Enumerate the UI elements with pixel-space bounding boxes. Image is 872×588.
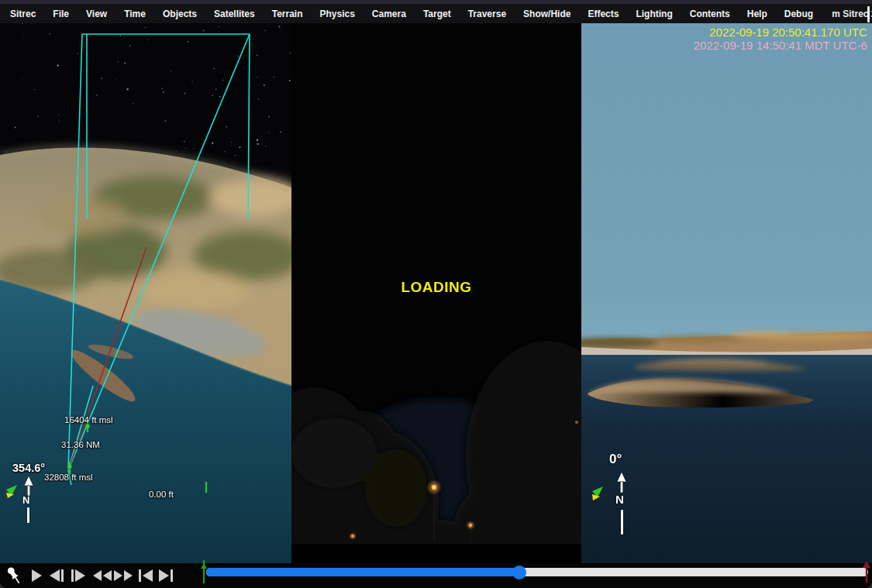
horizon-view-panel[interactable]: 2022-09-19 20:50:41.170 UTC 2022-09-19 1… xyxy=(581,23,872,563)
range-label: 31.36 NM xyxy=(61,440,100,449)
menu-item-lighting[interactable]: Lighting xyxy=(636,9,672,19)
timeline-end-marker[interactable] xyxy=(860,561,872,587)
menu-item-view[interactable]: View xyxy=(86,9,107,19)
compass-north-label: N xyxy=(615,493,624,506)
rewind-button[interactable] xyxy=(92,566,112,585)
frame-forward-button[interactable] xyxy=(68,566,88,585)
menu-item-traverse[interactable]: Traverse xyxy=(468,9,506,19)
heading-label: 0° xyxy=(609,452,622,467)
sky xyxy=(581,23,872,342)
jump-to-end-button[interactable] xyxy=(156,566,176,585)
menu-item-objects[interactable]: Objects xyxy=(163,9,197,19)
menu-item-physics[interactable]: Physics xyxy=(319,9,354,19)
timeline-slider[interactable] xyxy=(206,568,868,576)
version-label: m Sitrec 2.12.0: 25-11-25 15:29 PT xyxy=(832,9,872,19)
jump-to-start-button[interactable] xyxy=(136,566,156,585)
timeline-progress-fill xyxy=(206,568,519,576)
sitrec-app-window: Sitrec File View Time Objects Satellites… xyxy=(0,0,872,588)
menu-item-camera[interactable]: Camera xyxy=(372,9,406,19)
menu-bar: Sitrec File View Time Objects Satellites… xyxy=(0,4,872,23)
local-timestamp: 2022-09-19 14:50:41 MDT UTC-6 xyxy=(694,39,867,52)
menu-item-showhide[interactable]: Show/Hide xyxy=(523,9,570,19)
window-edge-marker xyxy=(867,6,870,22)
video-letterbox xyxy=(291,544,581,563)
horizon-canvas xyxy=(581,23,872,563)
pin-icon[interactable] xyxy=(3,566,23,585)
menu-item-contents[interactable]: Contents xyxy=(690,9,730,19)
ground-altitude-label: 0.00 ft xyxy=(149,490,174,499)
play-button[interactable] xyxy=(26,566,47,585)
menu-item-debug[interactable]: Debug xyxy=(784,9,813,19)
menu-item-time[interactable]: Time xyxy=(124,9,146,19)
menu-item-effects[interactable]: Effects xyxy=(588,9,619,19)
heading-label: 354.6° xyxy=(12,462,45,474)
map-view-panel[interactable]: 16404 ft msl 31.36 NM 354.6° 32808 ft ms… xyxy=(0,23,291,563)
menu-item-help[interactable]: Help xyxy=(747,9,767,19)
loading-text: LOADING xyxy=(291,279,581,296)
utc-timestamp: 2022-09-19 20:50:41.170 UTC xyxy=(710,26,867,39)
fast-forward-button[interactable] xyxy=(113,566,133,585)
camera-altitude-label: 32808 ft msl xyxy=(44,473,93,482)
menu-item-sitrec[interactable]: Sitrec xyxy=(10,9,36,19)
target-altitude-label: 16404 ft msl xyxy=(64,415,113,425)
menu-items: Sitrec File View Time Objects Satellites… xyxy=(0,9,830,19)
compass-north-label: N xyxy=(22,494,29,506)
map-terrain-canvas xyxy=(0,23,291,563)
frame-back-button[interactable] xyxy=(47,566,67,585)
timeline-thumb[interactable] xyxy=(512,566,526,579)
menu-item-file[interactable]: File xyxy=(53,9,69,19)
playback-bar xyxy=(0,563,872,588)
menu-item-satellites[interactable]: Satellites xyxy=(214,9,255,19)
viewports: 16404 ft msl 31.36 NM 354.6° 32808 ft ms… xyxy=(0,23,872,563)
compass-tail-line xyxy=(27,507,29,523)
menu-item-target[interactable]: Target xyxy=(423,9,451,19)
video-view-panel[interactable]: LOADING xyxy=(291,23,581,563)
menu-item-terrain[interactable]: Terrain xyxy=(272,9,303,19)
compass-tail-line xyxy=(621,510,623,535)
